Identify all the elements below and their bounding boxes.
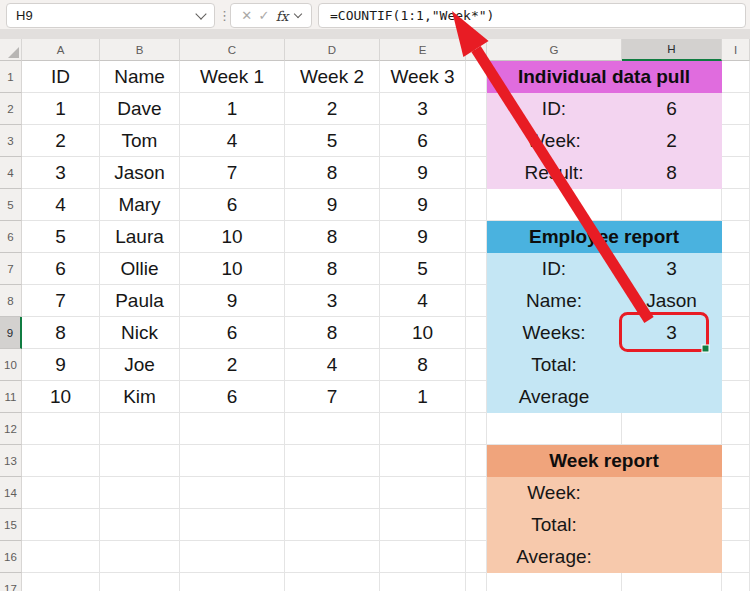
- cell-B9[interactable]: Nick: [100, 317, 180, 349]
- column-header-I[interactable]: I: [722, 39, 750, 61]
- cell-D14[interactable]: [285, 477, 380, 509]
- cell-G14[interactable]: Week:: [487, 477, 622, 509]
- cell-G12[interactable]: [487, 413, 622, 445]
- cell-F8[interactable]: [466, 285, 487, 317]
- cell-A17[interactable]: [22, 573, 100, 591]
- cell-A8[interactable]: 7: [22, 285, 100, 317]
- row-header-10[interactable]: 10: [0, 349, 22, 381]
- cell-I5[interactable]: [722, 189, 750, 221]
- cell-C5[interactable]: 6: [180, 189, 285, 221]
- cell-D15[interactable]: [285, 509, 380, 541]
- cell-H8[interactable]: Jason: [622, 285, 722, 317]
- cell-H4[interactable]: 8: [622, 157, 722, 189]
- row-header-5[interactable]: 5: [0, 189, 22, 221]
- cell-B15[interactable]: [100, 509, 180, 541]
- cell-B13[interactable]: [100, 445, 180, 477]
- cell-H7[interactable]: 3: [622, 253, 722, 285]
- cell-G15[interactable]: Total:: [487, 509, 622, 541]
- cell-H2[interactable]: 6: [622, 93, 722, 125]
- cell-F15[interactable]: [466, 509, 487, 541]
- cell-F1[interactable]: [466, 61, 487, 93]
- cell-G6[interactable]: Employee report: [487, 221, 722, 253]
- cell-G11[interactable]: Average: [487, 381, 622, 413]
- cell-E14[interactable]: [380, 477, 466, 509]
- cell-F13[interactable]: [466, 445, 487, 477]
- cell-I15[interactable]: [722, 509, 750, 541]
- cell-E13[interactable]: [380, 445, 466, 477]
- column-header-B[interactable]: B: [100, 39, 180, 61]
- cell-E4[interactable]: 9: [380, 157, 466, 189]
- cell-A5[interactable]: 4: [22, 189, 100, 221]
- cell-H3[interactable]: 2: [622, 125, 722, 157]
- cell-F4[interactable]: [466, 157, 487, 189]
- row-header-13[interactable]: 13: [0, 445, 22, 477]
- cell-F12[interactable]: [466, 413, 487, 445]
- enter-icon[interactable]: ✓: [259, 9, 270, 22]
- cell-B6[interactable]: Laura: [100, 221, 180, 253]
- cell-H5[interactable]: [622, 189, 722, 221]
- cell-D17[interactable]: [285, 573, 380, 591]
- cell-F9[interactable]: [466, 317, 487, 349]
- row-header-15[interactable]: 15: [0, 509, 22, 541]
- cell-G9[interactable]: Weeks:: [487, 317, 622, 349]
- cell-C8[interactable]: 9: [180, 285, 285, 317]
- cell-H11[interactable]: [622, 381, 722, 413]
- cell-G16[interactable]: Average:: [487, 541, 622, 573]
- cell-G5[interactable]: [487, 189, 622, 221]
- cell-D4[interactable]: 8: [285, 157, 380, 189]
- cell-B14[interactable]: [100, 477, 180, 509]
- cell-B16[interactable]: [100, 541, 180, 573]
- cell-B8[interactable]: Paula: [100, 285, 180, 317]
- cell-D7[interactable]: 8: [285, 253, 380, 285]
- cell-F3[interactable]: [466, 125, 487, 157]
- formula-input[interactable]: =COUNTIF(1:1,"Week*"): [318, 3, 746, 28]
- cell-E6[interactable]: 9: [380, 221, 466, 253]
- cell-C17[interactable]: [180, 573, 285, 591]
- cell-D6[interactable]: 8: [285, 221, 380, 253]
- cell-C6[interactable]: 10: [180, 221, 285, 253]
- row-header-11[interactable]: 11: [0, 381, 22, 413]
- cell-B4[interactable]: Jason: [100, 157, 180, 189]
- cell-I17[interactable]: [722, 573, 750, 591]
- cell-I3[interactable]: [722, 125, 750, 157]
- cell-F5[interactable]: [466, 189, 487, 221]
- cell-C3[interactable]: 4: [180, 125, 285, 157]
- cell-B10[interactable]: Joe: [100, 349, 180, 381]
- cell-H15[interactable]: [622, 509, 722, 541]
- cell-E8[interactable]: 4: [380, 285, 466, 317]
- cell-C9[interactable]: 6: [180, 317, 285, 349]
- cell-I13[interactable]: [722, 445, 750, 477]
- cell-A6[interactable]: 5: [22, 221, 100, 253]
- cell-E15[interactable]: [380, 509, 466, 541]
- cell-B12[interactable]: [100, 413, 180, 445]
- cell-G4[interactable]: Result:: [487, 157, 622, 189]
- cell-E3[interactable]: 6: [380, 125, 466, 157]
- cell-F16[interactable]: [466, 541, 487, 573]
- chevron-down-icon[interactable]: [293, 10, 301, 18]
- cell-I2[interactable]: [722, 93, 750, 125]
- cell-I9[interactable]: [722, 317, 750, 349]
- cell-B7[interactable]: Ollie: [100, 253, 180, 285]
- cell-I1[interactable]: [722, 61, 750, 93]
- cell-F17[interactable]: [466, 573, 487, 591]
- cell-I10[interactable]: [722, 349, 750, 381]
- cell-C4[interactable]: 7: [180, 157, 285, 189]
- cell-A11[interactable]: 10: [22, 381, 100, 413]
- cell-G3[interactable]: Week:: [487, 125, 622, 157]
- cell-D5[interactable]: 9: [285, 189, 380, 221]
- cell-H10[interactable]: [622, 349, 722, 381]
- cell-A16[interactable]: [22, 541, 100, 573]
- column-header-H[interactable]: H: [622, 39, 722, 61]
- cell-B5[interactable]: Mary: [100, 189, 180, 221]
- cell-H16[interactable]: [622, 541, 722, 573]
- cell-A1[interactable]: ID: [22, 61, 100, 93]
- cell-A15[interactable]: [22, 509, 100, 541]
- cell-A14[interactable]: [22, 477, 100, 509]
- cell-I7[interactable]: [722, 253, 750, 285]
- cancel-icon[interactable]: ✕: [241, 9, 252, 22]
- chevron-down-icon[interactable]: [195, 8, 206, 19]
- cell-C14[interactable]: [180, 477, 285, 509]
- column-header-C[interactable]: C: [180, 39, 285, 61]
- cell-E12[interactable]: [380, 413, 466, 445]
- row-header-7[interactable]: 7: [0, 253, 22, 285]
